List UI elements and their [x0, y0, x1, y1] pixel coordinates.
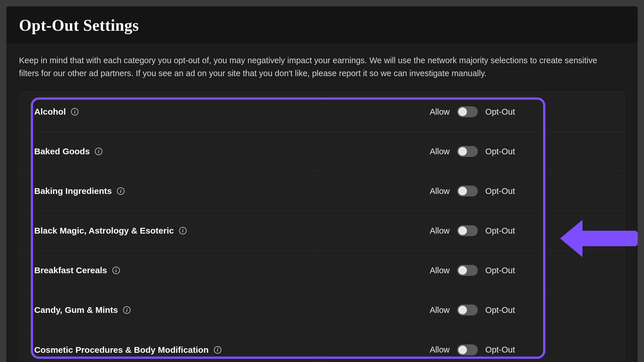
info-icon[interactable]: i: [112, 267, 120, 274]
category-name: Breakfast Cereals: [34, 265, 107, 275]
optout-toggle[interactable]: [457, 106, 478, 117]
table-row: Breakfast Cereals i Allow Opt-Out: [19, 251, 625, 290]
info-icon[interactable]: i: [179, 227, 187, 234]
category-name: Cosmetic Procedures & Body Modification: [34, 345, 209, 355]
allow-label: Allow: [430, 266, 450, 275]
optout-toggle[interactable]: [457, 146, 478, 157]
toggle-cell: Allow Opt-Out: [320, 211, 625, 251]
info-icon[interactable]: i: [95, 148, 102, 155]
settings-panel: Opt-Out Settings Keep in mind that with …: [6, 6, 638, 362]
category-cell: Black Magic, Astrology & Esoteric i: [19, 211, 320, 251]
description-text: Keep in mind that with each category you…: [19, 54, 600, 80]
category-name: Baked Goods: [34, 147, 90, 156]
category-table: Alcohol i Allow Opt-Out Baked Goods i: [19, 92, 625, 362]
category-cell: Baking Ingredients i: [19, 172, 320, 211]
table-row: Baked Goods i Allow Opt-Out: [19, 132, 625, 172]
info-icon[interactable]: i: [117, 187, 124, 195]
allow-label: Allow: [430, 147, 450, 156]
allow-label: Allow: [430, 345, 450, 355]
category-name: Alcohol: [34, 107, 66, 117]
category-cell: Candy, Gum & Mints i: [19, 290, 320, 330]
optout-toggle[interactable]: [457, 225, 478, 236]
table-row: Alcohol i Allow Opt-Out: [19, 92, 625, 132]
toggle-cell: Allow Opt-Out: [320, 132, 625, 171]
optout-toggle[interactable]: [457, 186, 478, 197]
info-icon[interactable]: i: [71, 108, 78, 115]
allow-label: Allow: [430, 186, 450, 196]
optout-label: Opt-Out: [485, 147, 515, 156]
info-icon[interactable]: i: [214, 346, 221, 354]
optout-label: Opt-Out: [485, 226, 515, 236]
category-name: Candy, Gum & Mints: [34, 305, 118, 315]
allow-label: Allow: [430, 226, 450, 236]
optout-label: Opt-Out: [485, 305, 515, 315]
table-row: Candy, Gum & Mints i Allow Opt-Out: [19, 290, 625, 330]
category-cell: Breakfast Cereals i: [19, 251, 320, 290]
header: Opt-Out Settings: [6, 6, 638, 43]
optout-label: Opt-Out: [485, 266, 515, 275]
optout-label: Opt-Out: [485, 345, 515, 355]
category-name: Baking Ingredients: [34, 186, 112, 196]
table-row: Cosmetic Procedures & Body Modification …: [19, 330, 625, 362]
toggle-cell: Allow Opt-Out: [320, 251, 625, 290]
page-title: Opt-Out Settings: [19, 16, 625, 34]
toggle-cell: Allow Opt-Out: [320, 330, 625, 362]
allow-label: Allow: [430, 107, 450, 117]
toggle-cell: Allow Opt-Out: [320, 290, 625, 330]
allow-label: Allow: [430, 305, 450, 315]
optout-label: Opt-Out: [485, 107, 515, 117]
category-cell: Baked Goods i: [19, 132, 320, 171]
optout-toggle[interactable]: [457, 344, 478, 355]
info-icon[interactable]: i: [123, 306, 131, 314]
toggle-cell: Allow Opt-Out: [320, 92, 625, 132]
table-row: Baking Ingredients i Allow Opt-Out: [19, 172, 625, 211]
category-name: Black Magic, Astrology & Esoteric: [34, 226, 174, 236]
optout-label: Opt-Out: [485, 186, 515, 196]
table-row: Black Magic, Astrology & Esoteric i Allo…: [19, 211, 625, 251]
optout-toggle[interactable]: [457, 305, 478, 315]
toggle-cell: Allow Opt-Out: [320, 172, 625, 211]
category-cell: Cosmetic Procedures & Body Modification …: [19, 330, 320, 362]
optout-toggle[interactable]: [457, 265, 478, 276]
category-cell: Alcohol i: [19, 92, 320, 132]
panel-body: Keep in mind that with each category you…: [6, 43, 638, 362]
